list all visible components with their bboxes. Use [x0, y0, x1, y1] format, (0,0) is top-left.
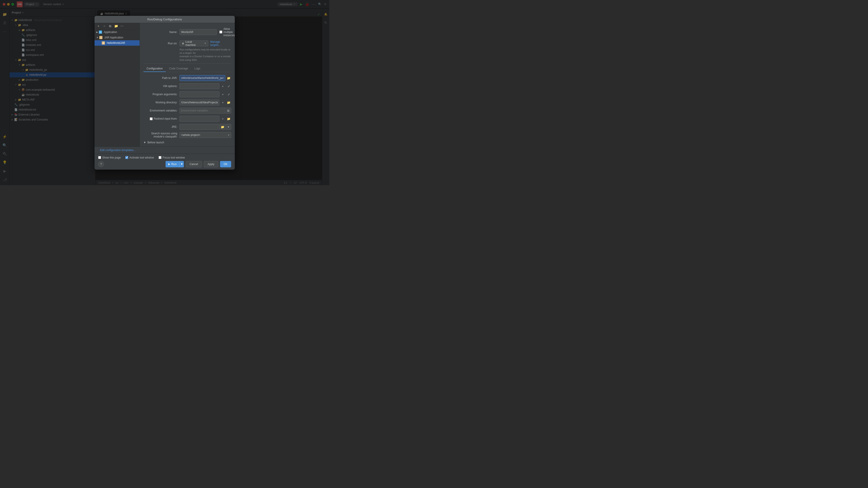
- program-args-row: Program arguments: + ⤢: [144, 91, 231, 97]
- path-to-jar-row: Path to JAR: 📁: [144, 75, 231, 81]
- run-dropdown-arrow: ▼: [180, 162, 183, 166]
- help-button[interactable]: ?: [98, 161, 104, 167]
- path-to-jar-browse-button[interactable]: 📁: [226, 75, 231, 81]
- dialog-body: + − ⧉ 📁 ⋯ ▶ A Application ▼ J JAR Applic…: [95, 23, 235, 147]
- run-dropdown-arrow-button[interactable]: ▼: [179, 161, 184, 167]
- redirect-input-input[interactable]: [180, 116, 219, 122]
- redirect-input-label: Redirect input from:: [154, 117, 177, 120]
- edit-templates-link[interactable]: Edit configuration templates...: [98, 148, 231, 154]
- program-args-expand-button[interactable]: ⤢: [226, 92, 231, 97]
- vm-options-label: VM options:: [144, 85, 180, 88]
- vm-options-add-button[interactable]: +: [220, 84, 225, 89]
- edit-templates-row: Edit configuration templates...: [95, 147, 235, 154]
- before-launch-header[interactable]: ▼ Before launch: [144, 140, 231, 145]
- vm-options-row: VM options: + ⤢: [144, 83, 231, 89]
- redirect-input-browse-button[interactable]: 📁: [226, 116, 231, 121]
- expand-arrow-jar: ▼: [96, 36, 98, 39]
- redirect-input-checkbox[interactable]: [150, 117, 153, 120]
- config-tree-panel: + − ⧉ 📁 ⋯ ▶ A Application ▼ J JAR Applic…: [95, 23, 140, 147]
- add-config-button[interactable]: +: [96, 24, 101, 29]
- vm-options-field-wrapper: + ⤢: [180, 83, 231, 89]
- program-args-add-button[interactable]: +: [220, 92, 225, 97]
- application-icon: A: [99, 31, 102, 34]
- run-debug-dialog: Run/Debug Configurations + − ⧉ 📁 ⋯ ▶ A A…: [95, 16, 235, 170]
- before-launch-label: Before launch: [148, 141, 164, 144]
- config-label-jar: JAR Application: [104, 36, 123, 39]
- tab-logs[interactable]: Logs: [191, 66, 203, 72]
- path-to-jar-label: Path to JAR:: [144, 77, 180, 80]
- name-input[interactable]: [180, 29, 217, 35]
- run-on-label: Run on:: [144, 42, 180, 45]
- remove-config-button[interactable]: −: [102, 24, 107, 29]
- jre-dropdown-button[interactable]: ▼: [226, 124, 231, 130]
- jre-browse-button[interactable]: 📁: [220, 124, 225, 130]
- working-dir-label: Working directory:: [144, 101, 180, 104]
- redirect-input-row: Redirect input from: + 📁: [144, 116, 231, 122]
- show-this-page-label: Show this page: [102, 156, 121, 159]
- redirect-input-label-wrapper: Redirect input from:: [144, 117, 180, 120]
- collapse-arrow-before-launch: ▼: [144, 141, 146, 144]
- env-vars-edit-button[interactable]: ⊞: [226, 108, 231, 114]
- env-vars-row: Environment variables: ⊞: [144, 108, 231, 114]
- run-split-button: ▶ Run ▼: [165, 161, 184, 167]
- allow-multiple-checkbox-label[interactable]: Allow multiple instances: [219, 27, 235, 37]
- focus-tool-window-label: Focus tool window: [163, 156, 185, 159]
- allow-multiple-label: Allow multiple instances: [223, 27, 235, 37]
- redirect-input-field-wrapper: + 📁: [180, 116, 231, 122]
- dialog-title-text: Run/Debug Configurations: [147, 18, 182, 21]
- program-args-field-wrapper: + ⤢: [180, 91, 231, 97]
- tab-configuration[interactable]: Configuration: [144, 66, 166, 72]
- run-on-dropdown[interactable]: 🖥 Local machine ▼: [180, 40, 208, 47]
- dialog-title: Run/Debug Configurations: [95, 16, 235, 23]
- allow-multiple-checkbox[interactable]: [219, 31, 222, 33]
- name-label: Name:: [144, 31, 180, 34]
- redirect-input-add-button[interactable]: +: [220, 116, 225, 121]
- env-vars-field-wrapper: ⊞: [180, 108, 231, 114]
- vm-options-expand-button[interactable]: ⤢: [226, 84, 231, 89]
- ok-button[interactable]: OK: [220, 161, 231, 167]
- copy-config-button[interactable]: ⧉: [107, 24, 113, 29]
- activate-tool-window-checkbox[interactable]: [125, 156, 128, 159]
- apply-button[interactable]: Apply: [204, 161, 218, 167]
- more-config-button[interactable]: ⋯: [119, 24, 124, 29]
- jre-input[interactable]: [180, 124, 219, 130]
- env-vars-label: Environment variables:: [144, 109, 180, 112]
- vm-options-input[interactable]: [180, 83, 219, 89]
- run-main-button[interactable]: ▶ Run: [165, 161, 179, 167]
- working-dir-input[interactable]: [180, 99, 219, 105]
- config-item-helloworldjar[interactable]: ◈ HelloWorldJAR: [95, 40, 140, 46]
- show-this-page-checkbox[interactable]: [98, 156, 101, 159]
- config-label-helloworldjar: HelloWorldJAR: [107, 41, 125, 44]
- config-label-application: Application: [104, 31, 117, 34]
- run-on-info: Run configurations may be executed local…: [144, 48, 231, 62]
- jre-row: JRE: 📁 ▼: [144, 124, 231, 130]
- path-to-jar-field-wrapper: 📁: [180, 75, 231, 81]
- focus-tool-window-checkbox-label[interactable]: Focus tool window: [158, 156, 185, 159]
- program-args-label: Program arguments:: [144, 93, 180, 96]
- working-dir-browse-button[interactable]: 📁: [226, 100, 231, 105]
- manage-targets-link[interactable]: Manage targets...: [210, 40, 231, 47]
- working-dir-add-button[interactable]: +: [220, 100, 225, 105]
- dialog-buttons: ? ▶ Run ▼ Cancel Apply OK: [98, 161, 231, 167]
- config-category-jar[interactable]: ▼ J JAR Application: [95, 35, 140, 40]
- modal-overlay: Run/Debug Configurations + − ⧉ 📁 ⋯ ▶ A A…: [0, 0, 329, 185]
- activate-tool-window-checkbox-label[interactable]: Activate tool window: [125, 156, 154, 159]
- focus-tool-window-checkbox[interactable]: [158, 156, 161, 159]
- local-machine-icon: 🖥: [182, 42, 184, 45]
- classpath-label: Search sources using module's classpath:: [144, 132, 180, 138]
- dialog-bottom: Show this page Activate tool window Focu…: [95, 154, 235, 170]
- folder-config-button[interactable]: 📁: [114, 24, 119, 29]
- classpath-row: Search sources using module's classpath:…: [144, 132, 231, 138]
- program-args-input[interactable]: [180, 91, 219, 97]
- show-this-page-checkbox-label[interactable]: Show this page: [98, 156, 121, 159]
- config-right-panel: Name: Allow multiple instances Store as …: [140, 23, 235, 147]
- jar-category-icon: J: [99, 36, 102, 39]
- cancel-button[interactable]: Cancel: [186, 161, 202, 167]
- before-launch-section: ▼ Before launch + ✎ ⧉ ↑ ↓ ✦ Build 'Hello…: [144, 140, 231, 146]
- classpath-select[interactable]: <whole project>: [180, 132, 231, 138]
- path-to-jar-input[interactable]: [180, 75, 225, 81]
- env-vars-input[interactable]: [180, 108, 225, 114]
- jar-item-icon: ◈: [102, 41, 105, 44]
- tab-code-coverage[interactable]: Code Coverage: [166, 66, 191, 72]
- config-category-application[interactable]: ▶ A Application: [95, 29, 140, 35]
